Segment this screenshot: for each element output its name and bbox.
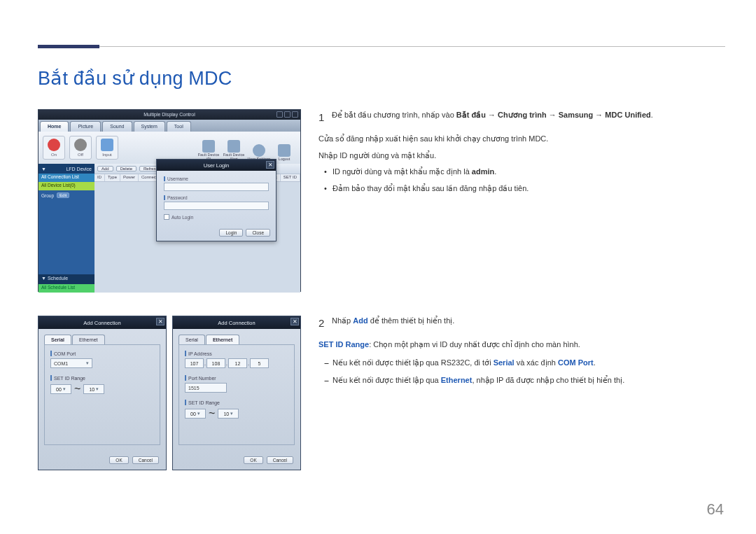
serial-ok-button[interactable]: OK — [109, 456, 128, 464]
step2-dash2: Nếu kết nối được thiết lập qua Ethernet,… — [318, 374, 713, 387]
step2-setid-line: SET ID Range: Chọn một phạm vi ID duy nh… — [318, 339, 713, 351]
step1-bullet1: ID người dùng và mật khẩu mặc định là ad… — [318, 166, 713, 178]
login-close-icon[interactable]: ✕ — [266, 161, 274, 169]
delete-button[interactable]: Delete — [116, 166, 136, 171]
sidebar-schedule-header[interactable]: ▼ Schedule — [38, 274, 94, 284]
password-input[interactable] — [164, 202, 269, 210]
serial-cancel-button[interactable]: Cancel — [132, 456, 159, 464]
password-label: Password — [164, 195, 269, 200]
sidebar: ▼LFD Device All Connection List All Devi… — [38, 164, 94, 293]
add-connection-serial-dialog: Add Connection ✕ Serial Ethernet COM Por… — [38, 316, 167, 470]
ip-address-label: IP Address — [185, 351, 288, 356]
tab-home[interactable]: Home — [40, 121, 69, 132]
addcon-eth-titlebar: Add Connection ✕ — [173, 316, 300, 329]
setid-to-input-2[interactable]: 10▾ — [218, 409, 239, 419]
ethernet-tab[interactable]: Ethernet — [72, 335, 104, 344]
tab-picture[interactable]: Picture — [70, 121, 101, 132]
addcon-serial-titlebar: Add Connection ✕ — [38, 316, 166, 329]
login-close-button[interactable]: Close — [246, 229, 270, 237]
setid-range-label: SET ID Range — [50, 375, 154, 381]
sidebar-edit-button[interactable]: Edit — [57, 192, 69, 198]
logout-icon[interactable]: Logout — [272, 134, 296, 161]
port-number-label: Port Number — [185, 375, 288, 381]
instruction-step-1: 1 Để bắt đầu chương trình, nhấp vào Bắt … — [318, 109, 713, 195]
page-number: 64 — [707, 500, 724, 519]
input-button[interactable]: Input — [96, 136, 118, 160]
serial-tab-2[interactable]: Serial — [178, 335, 205, 344]
addcon-serial-close-icon[interactable]: ✕ — [156, 318, 164, 325]
username-input[interactable] — [164, 183, 269, 191]
window-title: Multiple Display Control — [144, 112, 195, 117]
port-number-input[interactable]: 1515 — [185, 383, 227, 393]
setid-range-label-2: SET ID Range — [185, 400, 288, 405]
power-off-button[interactable]: Off — [69, 136, 92, 160]
add-connection-ethernet-dialog: Add Connection ✕ Serial Ethernet IP Addr… — [172, 316, 301, 470]
user-settings-icon[interactable]: User Settings — [247, 134, 271, 161]
user-login-dialog: User Login ✕ Username Password Auto Logi… — [156, 159, 276, 241]
add-link-text: Add — [353, 316, 368, 325]
ribbon-tabs: Home Picture Sound System Tool — [38, 120, 300, 132]
close-icon[interactable] — [292, 111, 298, 118]
start-menu-path: Bắt đầu → Chương trình → Samsung → MDC U… — [456, 111, 651, 119]
instruction-step-2: 2 Nhấp Add để thêm thiết bị hiển thị. SE… — [318, 315, 713, 387]
username-label: Username — [164, 176, 269, 181]
range-tilde: ~ — [74, 383, 80, 395]
sidebar-all-device[interactable]: All Device List(0) — [38, 182, 94, 190]
tab-tool[interactable]: Tool — [167, 121, 191, 132]
serial-tab[interactable]: Serial — [44, 335, 71, 344]
mdc-window: Multiple Display Control Home Picture So… — [38, 109, 301, 292]
sidebar-lfd-header[interactable]: ▼LFD Device — [38, 164, 94, 174]
chevron-down-icon: ▾ — [86, 360, 89, 366]
comport-select[interactable]: COM1▾ — [50, 358, 92, 368]
minimize-icon[interactable] — [276, 111, 283, 118]
maximize-icon[interactable] — [284, 111, 290, 118]
setid-from-input[interactable]: 00▾ — [50, 384, 71, 394]
setid-to-input[interactable]: 10▾ — [83, 384, 104, 394]
fault-device-icon[interactable]: Fault Device (0) — [197, 134, 220, 161]
auto-login-checkbox[interactable]: Auto Login — [164, 214, 269, 220]
fault-alert-icon[interactable]: Fault Device Alert — [222, 134, 246, 161]
power-on-button[interactable]: On — [43, 136, 65, 160]
step1-line2: Cửa sổ đăng nhập xuất hiện sau khi khởi … — [318, 133, 713, 146]
range-tilde-2: ~ — [209, 407, 215, 420]
sidebar-all-connection[interactable]: All Connection List — [38, 174, 94, 182]
tab-system[interactable]: System — [134, 121, 165, 132]
sidebar-group-row: Group Edit — [38, 190, 94, 200]
eth-cancel-button[interactable]: Cancel — [267, 456, 293, 464]
login-button[interactable]: Login — [219, 229, 243, 237]
page-title: Bắt đầu sử dụng MDC — [38, 67, 232, 90]
step1-line3: Nhập ID người dùng và mật khẩu. — [318, 150, 713, 162]
sidebar-all-schedule[interactable]: All Schedule List — [38, 284, 94, 293]
window-titlebar: Multiple Display Control — [38, 110, 300, 120]
step-2-number: 2 — [318, 315, 330, 332]
addcon-eth-close-icon[interactable]: ✕ — [290, 318, 299, 325]
header-rule — [38, 46, 725, 47]
step1-bullet2: Đảm bảo thay đổi mật khẩu sau lần đăng n… — [318, 183, 713, 195]
window-buttons — [276, 111, 298, 118]
sidebar-group-label: Group — [41, 193, 54, 198]
setid-from-input-2[interactable]: 00▾ — [185, 409, 206, 419]
add-button[interactable]: Add — [97, 166, 113, 171]
step2-dash1: Nếu kết nối được thiết lập qua RS232C, đ… — [318, 357, 713, 370]
comport-label: COM Port — [50, 351, 154, 356]
ethernet-tab-2[interactable]: Ethernet — [206, 335, 239, 344]
step-1-number: 1 — [318, 109, 330, 126]
login-titlebar: User Login ✕ — [157, 160, 276, 171]
ip-address-input[interactable]: 107. 108. 12. 5 — [185, 358, 288, 368]
tab-sound[interactable]: Sound — [102, 121, 132, 132]
eth-ok-button[interactable]: OK — [244, 456, 262, 464]
